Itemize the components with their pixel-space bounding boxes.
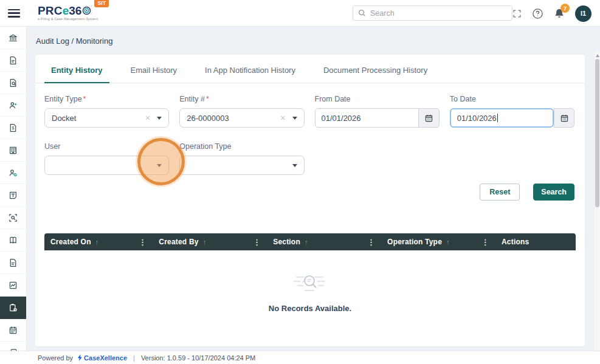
column-header-operation-type[interactable]: Operation Type↑ ⋮ — [381, 233, 495, 250]
user-group-icon — [8, 100, 18, 111]
chevron-down-icon — [157, 117, 162, 120]
entity-number-value: 26-0000003 — [187, 114, 280, 123]
from-date-calendar-button[interactable] — [419, 108, 440, 128]
from-date-input[interactable]: 01/01/2026 — [315, 108, 419, 128]
clear-icon[interactable]: × — [280, 114, 285, 122]
sort-asc-icon[interactable]: ↑ — [95, 238, 99, 246]
tab-email-history[interactable]: Email History — [124, 66, 184, 83]
operation-type-select[interactable] — [179, 156, 304, 175]
operation-type-label: Operation Type — [179, 142, 304, 151]
sidebar-item-users[interactable] — [0, 94, 26, 117]
reset-button[interactable]: Reset — [480, 184, 520, 201]
sidebar-item-documents[interactable] — [0, 49, 26, 72]
to-date-label: To Date — [450, 95, 574, 103]
sidebar-item-reports[interactable] — [0, 252, 26, 274]
vertical-scrollbar[interactable] — [595, 52, 600, 351]
global-search[interactable] — [353, 5, 512, 21]
logo-text: PRC — [38, 5, 63, 16]
to-date-input[interactable]: 01/10/2026 — [450, 108, 554, 128]
tab-in-app-notification-history[interactable]: In App Notification History — [198, 66, 302, 83]
search-button[interactable]: Search — [533, 184, 574, 201]
entity-number-field-group: Entity #* 26-0000003 × — [179, 95, 304, 128]
building-icon — [8, 145, 18, 156]
column-header-section[interactable]: Section↑ ⋮ — [267, 233, 381, 250]
audit-log-card: Entity History Email History In App Noti… — [35, 55, 585, 346]
footer-separator: | — [133, 354, 135, 362]
sidebar-item-billing[interactable]: $ — [0, 117, 26, 139]
tab-entity-history[interactable]: Entity History — [44, 66, 109, 83]
sidebar-item-audit-log[interactable] — [0, 297, 26, 319]
entity-type-select[interactable]: Docket × — [44, 108, 169, 128]
column-menu-icon[interactable]: ⋮ — [252, 238, 262, 247]
sidebar-item-document-search[interactable] — [0, 72, 26, 94]
user-check-icon — [8, 168, 18, 178]
sidebar-item-courthouse[interactable] — [0, 27, 26, 49]
entity-type-value: Docket — [52, 114, 145, 123]
column-menu-icon[interactable]: ⋮ — [137, 238, 148, 247]
document-dollar-icon: $ — [8, 123, 18, 133]
document-search-icon — [8, 78, 18, 88]
no-records-illustration — [291, 272, 329, 298]
document-icon — [8, 55, 18, 66]
version-text: Version: 1.0.59 - 10/17/2024 04:24 PM — [141, 354, 255, 362]
entity-type-field-group: Entity Type* Docket × — [44, 95, 169, 128]
sort-asc-icon[interactable]: ↑ — [203, 238, 207, 246]
search-input[interactable] — [370, 9, 507, 18]
to-date-calendar-button[interactable] — [554, 108, 574, 128]
from-date-field-group: From Date 01/01/2026 — [315, 95, 440, 128]
sidebar-item-scan-search[interactable] — [0, 207, 26, 229]
user-avatar[interactable]: I1 — [575, 5, 591, 22]
entity-number-label: Entity #* — [179, 95, 304, 103]
user-select[interactable] — [44, 156, 169, 175]
sidebar-item-organization[interactable] — [0, 139, 26, 162]
sidebar-item-templates[interactable] — [0, 184, 26, 207]
empty-state: No Records Available. — [44, 250, 576, 345]
column-header-created-by[interactable]: Created By↑ ⋮ — [153, 233, 267, 250]
chart-icon — [8, 280, 18, 290]
hamburger-menu-icon[interactable] — [8, 9, 20, 18]
sort-asc-icon[interactable]: ↑ — [446, 238, 450, 246]
clipboard-clock-icon — [8, 303, 18, 313]
document-2-icon — [8, 258, 18, 268]
notification-count-badge: 7 — [560, 4, 570, 13]
empty-message: No Records Available. — [269, 304, 351, 313]
column-menu-icon[interactable]: ⋮ — [480, 238, 491, 247]
chevron-down-icon — [157, 164, 162, 167]
clear-icon[interactable]: × — [145, 114, 150, 122]
user-label: User — [44, 142, 169, 151]
scan-search-icon — [8, 213, 18, 223]
sidebar-item-user-verification[interactable] — [0, 162, 26, 184]
tab-document-processing-history[interactable]: Document Processing History — [317, 66, 434, 83]
top-bar: PRCe36 e-Filing & Case Management System… — [0, 0, 600, 27]
logo-subtitle: e-Filing & Case Management System — [38, 18, 98, 21]
sidebar-item-ledger[interactable] — [0, 229, 26, 252]
user-field-group: User — [44, 142, 169, 175]
sidebar-item-faq[interactable]: ? — [0, 342, 26, 351]
entity-number-select[interactable]: 26-0000003 × — [179, 108, 304, 128]
text-box-icon — [8, 190, 18, 201]
help-icon[interactable] — [532, 8, 543, 19]
sort-asc-icon[interactable]: ↑ — [305, 238, 308, 246]
courthouse-icon — [8, 33, 18, 43]
sidebar-item-analytics[interactable] — [0, 274, 26, 297]
chevron-down-icon — [292, 117, 297, 120]
app-logo: PRCe36 e-Filing & Case Management System… — [38, 5, 98, 21]
environment-badge: SIT — [94, 0, 109, 7]
column-header-actions: Actions — [495, 233, 576, 250]
from-date-group: 01/01/2026 — [315, 108, 440, 128]
results-table: Created On↑ ⋮ Created By↑ ⋮ Section↑ ⋮ O… — [44, 233, 576, 345]
chevron-down-icon — [292, 164, 297, 167]
fullscreen-icon[interactable] — [512, 9, 522, 18]
casexellence-bolt-icon — [77, 354, 83, 361]
casexellence-link[interactable]: CaseXellence — [77, 354, 127, 362]
scroll-up-icon[interactable] — [596, 54, 599, 57]
column-header-created-on[interactable]: Created On↑ ⋮ — [44, 233, 153, 250]
notifications-bell[interactable]: 7 — [554, 8, 565, 19]
calendar-icon — [8, 325, 18, 335]
scrollbar-thumb[interactable] — [595, 59, 599, 207]
to-date-field-group: To Date 01/10/2026 — [450, 95, 574, 128]
from-date-label: From Date — [315, 95, 440, 103]
sidebar-item-calendar[interactable] — [0, 319, 26, 342]
column-menu-icon[interactable]: ⋮ — [366, 238, 376, 247]
logo-target-icon — [82, 6, 91, 15]
